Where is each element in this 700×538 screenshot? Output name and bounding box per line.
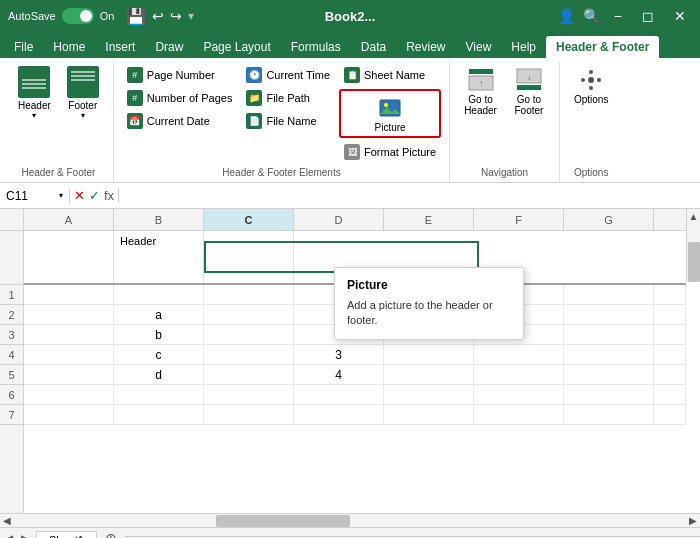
tab-insert[interactable]: Insert [95, 36, 145, 58]
restore-button[interactable]: ◻ [636, 6, 660, 26]
scroll-left-button[interactable]: ◀ [0, 515, 14, 526]
cell-a3[interactable] [24, 325, 114, 344]
cell-c7[interactable] [204, 405, 294, 424]
tab-page-layout[interactable]: Page Layout [193, 36, 280, 58]
cell-b2[interactable]: a [114, 305, 204, 324]
cell-d4[interactable]: 3 [294, 345, 384, 364]
tab-draw[interactable]: Draw [145, 36, 193, 58]
tab-review[interactable]: Review [396, 36, 455, 58]
cell-a1[interactable] [24, 285, 114, 304]
autosave-toggle[interactable] [62, 8, 94, 24]
cell-e7[interactable] [384, 405, 474, 424]
header-center-area[interactable] [204, 231, 294, 283]
cell-b4[interactable]: c [114, 345, 204, 364]
more-commands[interactable]: ▾ [188, 9, 194, 23]
scroll-thumb-h[interactable] [216, 515, 350, 527]
horizontal-scrollbar[interactable]: ◀ ▶ [0, 513, 700, 527]
current-date-button[interactable]: 📅 Current Date [122, 110, 238, 132]
file-path-button[interactable]: 📁 File Path [241, 87, 335, 109]
cell-c3[interactable] [204, 325, 294, 344]
cancel-formula-button[interactable]: ✕ [74, 188, 85, 203]
cell-g2[interactable] [564, 305, 654, 324]
goto-footer-button[interactable]: ↓ Go toFooter [507, 64, 551, 118]
add-sheet-button[interactable]: ⊕ [97, 528, 125, 538]
cell-b6[interactable] [114, 385, 204, 404]
cell-f6[interactable] [474, 385, 564, 404]
cell-h3[interactable] [654, 325, 686, 344]
redo-button[interactable]: ↪ [170, 8, 182, 24]
profile-icon[interactable]: 👤 [558, 8, 575, 24]
cell-e4[interactable] [384, 345, 474, 364]
tab-help[interactable]: Help [501, 36, 546, 58]
cell-h7[interactable] [654, 405, 686, 424]
confirm-formula-button[interactable]: ✓ [89, 188, 100, 203]
cell-h1[interactable] [654, 285, 686, 304]
header-label-area[interactable]: Header [114, 231, 204, 283]
format-picture-button[interactable]: 🖼 Format Picture [339, 141, 441, 163]
scroll-right-button[interactable]: ▶ [686, 515, 700, 526]
cell-g4[interactable] [564, 345, 654, 364]
cell-h2[interactable] [654, 305, 686, 324]
goto-header-button[interactable]: ↑ Go toHeader [458, 64, 503, 118]
vertical-scrollbar[interactable]: ▲ [686, 209, 700, 282]
number-of-pages-button[interactable]: # Number of Pages [122, 87, 238, 109]
scroll-up-button[interactable]: ▲ [689, 211, 699, 222]
cell-f5[interactable] [474, 365, 564, 384]
cell-d5[interactable]: 4 [294, 365, 384, 384]
tab-nav-left[interactable]: ◀ [0, 530, 17, 538]
cell-g1[interactable] [564, 285, 654, 304]
sheet-name-button[interactable]: 📋 Sheet Name [339, 64, 441, 86]
cell-b7[interactable] [114, 405, 204, 424]
footer-button[interactable]: Footer ▾ [61, 64, 105, 122]
cell-f7[interactable] [474, 405, 564, 424]
cell-c2[interactable] [204, 305, 294, 324]
picture-button[interactable]: Picture [339, 89, 441, 138]
insert-function-button[interactable]: fx [104, 188, 114, 203]
tab-formulas[interactable]: Formulas [281, 36, 351, 58]
cell-c5[interactable] [204, 365, 294, 384]
save-icon[interactable]: 💾 [126, 7, 146, 26]
cell-g3[interactable] [564, 325, 654, 344]
cell-g7[interactable] [564, 405, 654, 424]
cell-g6[interactable] [564, 385, 654, 404]
cell-a2[interactable] [24, 305, 114, 324]
tab-nav-right[interactable]: ▶ [17, 530, 34, 538]
file-name-button[interactable]: 📄 File Name [241, 110, 335, 132]
cell-h4[interactable] [654, 345, 686, 364]
cell-a4[interactable] [24, 345, 114, 364]
tab-view[interactable]: View [456, 36, 502, 58]
current-time-button[interactable]: 🕐 Current Time [241, 64, 335, 86]
cell-a6[interactable] [24, 385, 114, 404]
cell-e6[interactable] [384, 385, 474, 404]
col-header-c[interactable]: C [204, 209, 294, 230]
cell-c1[interactable] [204, 285, 294, 304]
page-number-button[interactable]: # Page Number [122, 64, 238, 86]
cell-a7[interactable] [24, 405, 114, 424]
header-button[interactable]: Header ▾ [12, 64, 57, 122]
cell-c4[interactable] [204, 345, 294, 364]
tab-file[interactable]: File [4, 36, 43, 58]
cell-d6[interactable] [294, 385, 384, 404]
cell-a5[interactable] [24, 365, 114, 384]
cell-reference[interactable]: C11 ▾ [0, 189, 70, 203]
options-button[interactable]: Options [568, 64, 614, 107]
cell-e5[interactable] [384, 365, 474, 384]
tab-header-footer[interactable]: Header & Footer [546, 36, 659, 58]
cell-b3[interactable]: b [114, 325, 204, 344]
minimize-button[interactable]: − [608, 6, 628, 26]
cell-c6[interactable] [204, 385, 294, 404]
cell-g5[interactable] [564, 365, 654, 384]
close-button[interactable]: ✕ [668, 6, 692, 26]
cell-b5[interactable]: d [114, 365, 204, 384]
cell-d7[interactable] [294, 405, 384, 424]
cell-h5[interactable] [654, 365, 686, 384]
sheet-tab-sheet1[interactable]: Sheet1 [36, 531, 97, 538]
undo-button[interactable]: ↩ [152, 8, 164, 24]
cell-f4[interactable] [474, 345, 564, 364]
tab-home[interactable]: Home [43, 36, 95, 58]
tab-data[interactable]: Data [351, 36, 396, 58]
cell-h6[interactable] [654, 385, 686, 404]
search-icon[interactable]: 🔍 [583, 8, 600, 24]
cell-b1[interactable] [114, 285, 204, 304]
scroll-thumb[interactable] [688, 242, 700, 282]
